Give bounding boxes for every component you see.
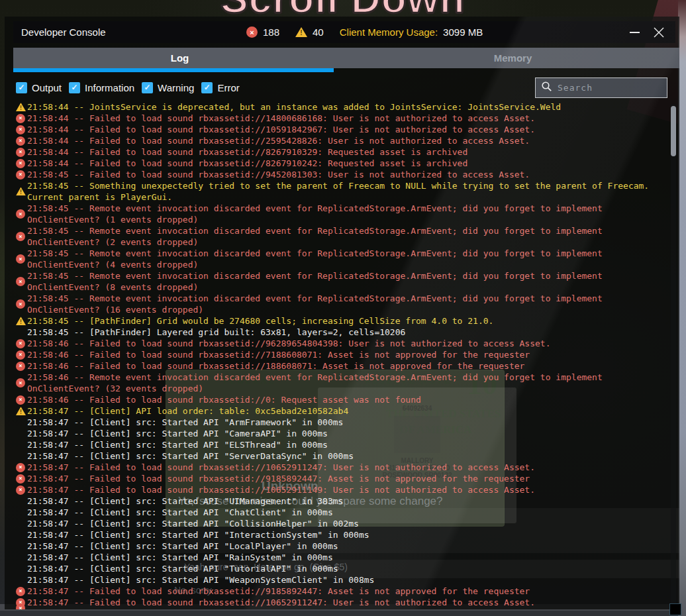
- error-icon: ×: [16, 603, 25, 609]
- log-scrollbar-thumb[interactable]: [671, 106, 676, 156]
- log-row[interactable]: ×21:58:47 -- Failed to load sound rbxass…: [13, 586, 671, 597]
- log-line: 21:58:45 -- Remote event invocation disc…: [27, 293, 671, 304]
- log-line: 21:58:47 -- Failed to load sound rbxasse…: [27, 484, 671, 495]
- log-row[interactable]: ×21:58:46 -- Failed to load sound rbxass…: [13, 394, 671, 405]
- log-line: 21:58:45 -- Remote event invocation disc…: [27, 203, 671, 214]
- warning-count: 40: [313, 26, 324, 38]
- log-line: 21:58:47 -- [Client] src: Started API "S…: [27, 450, 671, 462]
- log-row[interactable]: ×21:58:47 -- Failed to load sound rbxass…: [13, 484, 671, 495]
- log-line: 21:58:46 -- Failed to load sound rbxasse…: [27, 338, 671, 349]
- log-row[interactable]: ×21:58:47 -- Failed to load sound rbxass…: [13, 597, 671, 608]
- log-row[interactable]: ×21:58:44 -- Failed to load sound rbxass…: [13, 146, 671, 158]
- log-line: 21:58:44 -- Failed to load sound rbxasse…: [27, 135, 671, 146]
- log-row[interactable]: ×21:58:46 -- Remote event invocation dis…: [13, 372, 671, 394]
- log-row[interactable]: ×21:58:45 -- Remote event invocation dis…: [13, 225, 671, 248]
- log-row[interactable]: ×21:58:44 -- Failed to load sound rbxass…: [13, 158, 671, 169]
- log-line: 21:58:46 -- Failed to load sound rbxasse…: [27, 394, 671, 405]
- filter-warning[interactable]: ✓ Warning: [142, 82, 194, 93]
- error-icon: ×: [16, 474, 25, 484]
- error-icon: ×: [16, 232, 25, 241]
- checkbox-checked-icon: ✓: [16, 82, 27, 93]
- log-line: 21:58:44 -- Failed to load sound rbxasse…: [27, 124, 671, 135]
- developer-console-window: BE 00002040 A FEDERAL RESERVE NOTE 10 TH…: [5, 17, 679, 609]
- minimize-icon[interactable]: [630, 32, 640, 33]
- warning-count-icon: !: [295, 27, 307, 37]
- log-row[interactable]: ×21:58:44 -- Failed to load sound rbxass…: [13, 124, 671, 135]
- background-road-edge: [0, 611, 686, 616]
- warning-icon: !: [16, 103, 26, 111]
- log-line: 21:58:46 -- Remote event invocation disc…: [27, 372, 671, 383]
- log-line: 21:58:47 -- [Client] src: Started API "C…: [27, 428, 671, 439]
- log-row[interactable]: ×21:58:44 -- Failed to load sound rbxass…: [13, 135, 671, 146]
- log-row[interactable]: !21:58:44 -- JointsService is deprecated…: [13, 101, 671, 113]
- checkbox-checked-icon: ✓: [69, 82, 80, 93]
- log-line: Current parent is PlayerGui.: [27, 191, 671, 203]
- log-line: 21:58:47 -- [Client] src: Started API "L…: [27, 540, 671, 552]
- log-line: 21:58:45 -- Failed to load sound rbxasse…: [27, 169, 671, 180]
- log-row[interactable]: ×21:58:45 -- Remote event invocation dis…: [13, 293, 671, 315]
- console-titlebar[interactable]: Developer Console × 188 ! 40 Client Memo…: [13, 21, 675, 43]
- log-row[interactable]: 21:58:47 -- [Client] src: Started API "L…: [13, 540, 671, 552]
- warning-icon: !: [16, 407, 26, 415]
- log-list: !21:58:44 -- JointsService is deprecated…: [5, 101, 671, 609]
- log-filter-row: ✓ Output ✓ Information ✓ Warning ✓ Error: [16, 77, 240, 97]
- tab-log[interactable]: Log: [13, 48, 346, 68]
- error-icon: ×: [16, 395, 25, 405]
- log-line: 21:58:47 -- [Client] src: Started API "C…: [27, 507, 671, 518]
- window-title: Developer Console: [13, 26, 106, 38]
- log-row[interactable]: ×21:58:46 -- Failed to load sound rbxass…: [13, 360, 671, 372]
- log-row[interactable]: ×21:58:47 -- Failed to load sound rbxass…: [13, 462, 671, 473]
- log-row[interactable]: ×21:58:47 -- Failed to load sound rbxass…: [13, 473, 671, 484]
- log-line: OnClientEvent? (2 events dropped): [27, 236, 671, 248]
- filter-error[interactable]: ✓ Error: [201, 82, 239, 93]
- search-box[interactable]: [535, 77, 667, 98]
- log-row[interactable]: 21:58:47 -- [Client] src: Started API "W…: [13, 574, 671, 586]
- tab-memory[interactable]: Memory: [346, 48, 679, 68]
- log-row[interactable]: ×21:58:46 -- Failed to load sound rbxass…: [13, 349, 671, 360]
- close-icon[interactable]: [653, 26, 665, 38]
- error-icon: ×: [16, 254, 25, 264]
- log-line: 21:58:44 -- Failed to load sound rbxasse…: [27, 158, 671, 169]
- log-row[interactable]: 21:58:45 -- [PathFinder] Layered grid bu…: [13, 327, 671, 338]
- log-row[interactable]: !21:58:47 -- [Client] API load order: ta…: [13, 405, 671, 417]
- log-row[interactable]: 21:58:47 -- [Client] src: Started API "S…: [13, 450, 671, 462]
- log-line: 21:58:44 -- Failed to load sound rbxasse…: [27, 146, 671, 158]
- log-line: 21:58:47 -- [Client] API load order: tab…: [27, 405, 671, 417]
- log-line: 21:58:47 -- [Client] src: Started API "U…: [27, 495, 671, 507]
- log-line: OnClientEvent? (8 events dropped): [27, 282, 671, 293]
- log-row[interactable]: !21:58:45 -- Something unexpectedly trie…: [13, 180, 671, 203]
- log-row[interactable]: 21:58:47 -- [Client] src: Started API "T…: [13, 563, 671, 574]
- log-row[interactable]: 21:58:47 -- [Client] src: Started API "A…: [13, 417, 671, 428]
- log-row[interactable]: ×21:58:45 -- Remote event invocation dis…: [13, 270, 671, 293]
- log-row[interactable]: 21:58:47 -- [Client] src: Started API "E…: [13, 439, 671, 450]
- search-input[interactable]: [558, 83, 669, 93]
- window-controls: [630, 26, 675, 38]
- filter-output[interactable]: ✓ Output: [16, 82, 62, 93]
- log-line: 21:58:47 -- [Client] src: Started API "C…: [27, 518, 671, 529]
- log-row[interactable]: ×21:58:45 -- Failed to load sound rbxass…: [13, 169, 671, 180]
- console-tabbar: Log Memory: [13, 48, 679, 68]
- warning-icon: !: [16, 187, 26, 196]
- log-row[interactable]: ×21:58:45 -- Remote event invocation dis…: [13, 248, 671, 270]
- log-line: 21:58:47 -- Failed to load sound rbxasse…: [27, 597, 671, 608]
- log-row[interactable]: ×21:58:44 -- Failed to load sound rbxass…: [13, 113, 671, 124]
- log-row[interactable]: 21:58:47 -- [Client] src: Started API "U…: [13, 495, 671, 507]
- log-row[interactable]: 21:58:47 -- [Client] src: Started API "I…: [13, 529, 671, 540]
- error-icon: ×: [16, 148, 25, 157]
- log-row[interactable]: 21:58:47 -- [Client] src: Started API "R…: [13, 552, 671, 563]
- log-row[interactable]: !21:58:45 -- [PathFinder] Grid would be …: [13, 315, 671, 327]
- log-row[interactable]: ×21:58:45 -- Remote event invocation dis…: [13, 203, 671, 225]
- log-row[interactable]: 21:58:47 -- [Client] src: Started API "C…: [13, 518, 671, 529]
- log-line: 21:58:47 -- [Client] src: Started API "I…: [27, 529, 671, 540]
- error-icon: ×: [16, 159, 25, 168]
- log-line: OnClientEvent? (32 events dropped): [27, 383, 671, 394]
- error-icon: ×: [16, 114, 25, 123]
- log-line: 21:58:47 -- [Client] src: Started API "R…: [27, 552, 671, 563]
- log-row[interactable]: 21:58:47 -- [Client] src: Started API "C…: [13, 428, 671, 439]
- error-icon: ×: [16, 209, 25, 219]
- log-row[interactable]: 21:58:47 -- [Client] src: Started API "C…: [13, 507, 671, 518]
- filter-information[interactable]: ✓ Information: [69, 82, 134, 93]
- log-line: 21:58:44 -- Failed to load sound rbxasse…: [27, 113, 671, 124]
- log-scrollbar-track[interactable]: [671, 104, 676, 606]
- log-row[interactable]: ×21:58:46 -- Failed to load sound rbxass…: [13, 338, 671, 349]
